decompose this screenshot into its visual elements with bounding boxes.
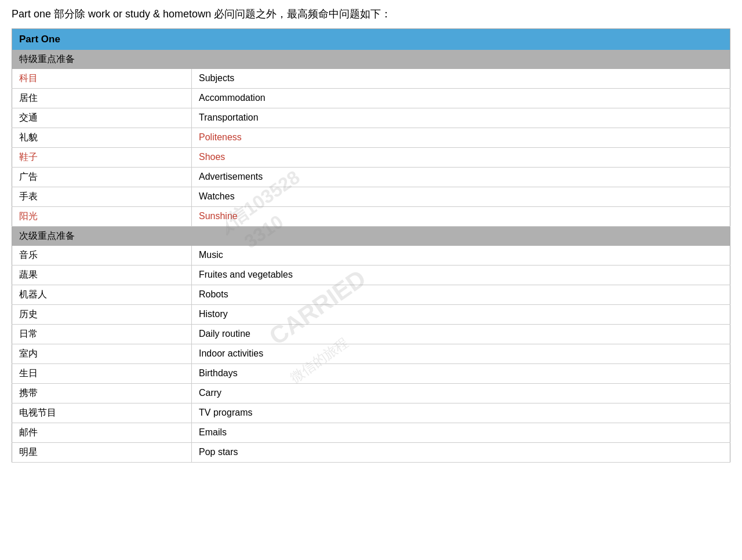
chinese-cell-0-5: 广告: [12, 167, 192, 187]
english-cell-0-6: Watches: [192, 187, 730, 206]
chinese-cell-1-7: 携带: [12, 383, 192, 403]
chinese-cell-0-6: 手表: [12, 187, 192, 206]
table-row: 携带Carry: [12, 383, 730, 403]
table-row: 音乐Music: [12, 246, 730, 266]
part-one-header: Part One: [12, 28, 730, 50]
main-table: Part One特级重点准备科目Subjects居住Accommodation交…: [12, 28, 730, 463]
section-row-1: 次级重点准备: [12, 226, 730, 246]
english-cell-1-6: Birthdays: [192, 363, 730, 383]
chinese-cell-1-9: 邮件: [12, 423, 192, 442]
section-row-0: 特级重点准备: [12, 50, 730, 69]
table-row: 室内Indoor activities: [12, 344, 730, 363]
table-row: 广告Advertisements: [12, 167, 730, 187]
english-cell-0-1: Accommodation: [192, 88, 730, 108]
english-cell-0-2: Transportation: [192, 108, 730, 128]
english-cell-1-0: Music: [192, 246, 730, 266]
english-cell-0-5: Advertisements: [192, 167, 730, 187]
chinese-cell-1-1: 蔬果: [12, 265, 192, 285]
table-row: 科目Subjects: [12, 69, 730, 89]
english-cell-1-1: Fruites and vegetables: [192, 265, 730, 285]
chinese-cell-1-4: 日常: [12, 324, 192, 344]
table-header-row: Part One: [12, 28, 730, 50]
chinese-cell-1-8: 电视节目: [12, 403, 192, 423]
chinese-cell-1-2: 机器人: [12, 285, 192, 304]
chinese-cell-1-0: 音乐: [12, 246, 192, 266]
section-title-0: 特级重点准备: [12, 50, 730, 69]
section-title-1: 次级重点准备: [12, 226, 730, 246]
table-row: 手表Watches: [12, 187, 730, 206]
table-row: 日常Daily routine: [12, 324, 730, 344]
chinese-cell-1-10: 明星: [12, 442, 192, 462]
chinese-cell-1-6: 生日: [12, 363, 192, 383]
table-row: 礼貌Politeness: [12, 128, 730, 147]
table-row: 明星Pop stars: [12, 442, 730, 462]
table-row: 居住Accommodation: [12, 88, 730, 108]
chinese-cell-0-2: 交通: [12, 108, 192, 128]
table-row: 邮件Emails: [12, 423, 730, 442]
table-row: 阳光Sunshine: [12, 206, 730, 226]
chinese-cell-0-7: 阳光: [12, 206, 192, 226]
table-row: 鞋子Shoes: [12, 147, 730, 167]
table-row: 交通Transportation: [12, 108, 730, 128]
chinese-cell-1-5: 室内: [12, 344, 192, 363]
table-row: 机器人Robots: [12, 285, 730, 304]
header-text: Part one 部分除 work or study & hometown 必问…: [12, 6, 730, 23]
chinese-cell-0-4: 鞋子: [12, 147, 192, 167]
english-cell-0-0: Subjects: [192, 69, 730, 89]
table-row: 历史History: [12, 304, 730, 324]
english-cell-1-7: Carry: [192, 383, 730, 403]
english-cell-0-7: Sunshine: [192, 206, 730, 226]
english-cell-0-4: Shoes: [192, 147, 730, 167]
chinese-cell-0-3: 礼貌: [12, 128, 192, 147]
table-row: 蔬果Fruites and vegetables: [12, 265, 730, 285]
table-row: 电视节目TV programs: [12, 403, 730, 423]
english-cell-1-8: TV programs: [192, 403, 730, 423]
english-cell-0-3: Politeness: [192, 128, 730, 147]
english-cell-1-3: History: [192, 304, 730, 324]
chinese-cell-0-1: 居住: [12, 88, 192, 108]
english-cell-1-5: Indoor activities: [192, 344, 730, 363]
english-cell-1-9: Emails: [192, 423, 730, 442]
english-cell-1-4: Daily routine: [192, 324, 730, 344]
english-cell-1-10: Pop stars: [192, 442, 730, 462]
chinese-cell-1-3: 历史: [12, 304, 192, 324]
english-cell-1-2: Robots: [192, 285, 730, 304]
table-row: 生日Birthdays: [12, 363, 730, 383]
chinese-cell-0-0: 科目: [12, 69, 192, 89]
